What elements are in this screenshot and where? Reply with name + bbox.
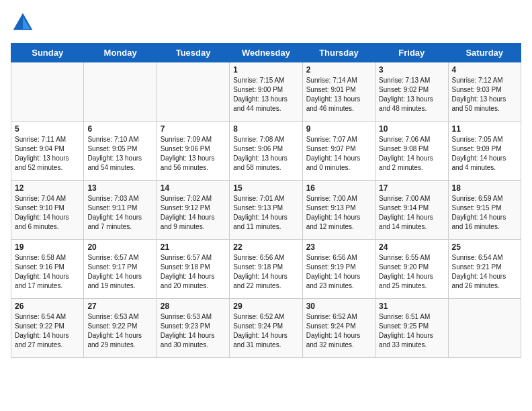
day-number: 9 [306,124,371,134]
cell-info: Sunrise: 7:09 AM Sunset: 9:06 PM Dayligh… [161,135,226,173]
logo [11,11,38,35]
logo-icon [11,11,35,35]
day-number: 19 [15,242,80,252]
calendar-cell: 5Sunrise: 7:11 AM Sunset: 9:04 PM Daylig… [11,122,84,181]
cell-info: Sunrise: 7:07 AM Sunset: 9:07 PM Dayligh… [306,135,371,173]
page-header [11,11,521,35]
calendar-week-row: 1Sunrise: 7:15 AM Sunset: 9:00 PM Daylig… [11,62,521,122]
cell-info: Sunrise: 6:54 AM Sunset: 9:21 PM Dayligh… [452,253,517,291]
day-of-week-header: Thursday [302,44,375,62]
calendar-cell: 24Sunrise: 6:55 AM Sunset: 9:20 PM Dayli… [375,240,448,299]
day-of-week-header: Tuesday [157,44,229,62]
day-number: 17 [379,183,444,193]
day-of-week-header: Saturday [448,44,521,62]
calendar-cell [84,62,157,122]
calendar-cell: 31Sunrise: 6:51 AM Sunset: 9:25 PM Dayli… [375,299,448,358]
cell-info: Sunrise: 7:02 AM Sunset: 9:12 PM Dayligh… [161,194,226,232]
calendar-cell: 11Sunrise: 7:05 AM Sunset: 9:09 PM Dayli… [448,122,521,181]
calendar-cell: 1Sunrise: 7:15 AM Sunset: 9:00 PM Daylig… [230,62,302,122]
day-number: 31 [379,302,444,311]
cell-info: Sunrise: 6:56 AM Sunset: 9:19 PM Dayligh… [306,253,371,291]
day-number: 20 [87,242,152,252]
calendar-cell: 20Sunrise: 6:57 AM Sunset: 9:17 PM Dayli… [84,240,157,299]
calendar-cell: 27Sunrise: 6:53 AM Sunset: 9:22 PM Dayli… [84,299,157,358]
calendar-cell: 25Sunrise: 6:54 AM Sunset: 9:21 PM Dayli… [448,240,521,299]
calendar-cell: 4Sunrise: 7:12 AM Sunset: 9:03 PM Daylig… [448,62,521,122]
cell-info: Sunrise: 6:52 AM Sunset: 9:24 PM Dayligh… [233,312,298,350]
calendar-cell: 17Sunrise: 7:00 AM Sunset: 9:14 PM Dayli… [375,181,448,240]
cell-info: Sunrise: 6:57 AM Sunset: 9:17 PM Dayligh… [87,253,152,291]
day-of-week-header: Monday [84,44,157,62]
cell-info: Sunrise: 7:13 AM Sunset: 9:02 PM Dayligh… [379,76,444,113]
calendar-cell: 6Sunrise: 7:10 AM Sunset: 9:05 PM Daylig… [84,122,157,181]
day-number: 28 [161,302,226,311]
day-number: 15 [233,183,298,193]
day-number: 6 [87,124,152,134]
calendar-header-row: SundayMondayTuesdayWednesdayThursdayFrid… [11,44,521,62]
calendar-cell [448,299,521,358]
calendar-week-row: 26Sunrise: 6:54 AM Sunset: 9:22 PM Dayli… [11,299,521,358]
cell-info: Sunrise: 7:03 AM Sunset: 9:11 PM Dayligh… [87,194,152,232]
calendar-cell: 16Sunrise: 7:00 AM Sunset: 9:13 PM Dayli… [302,181,375,240]
cell-info: Sunrise: 6:58 AM Sunset: 9:16 PM Dayligh… [15,253,80,291]
calendar-cell: 19Sunrise: 6:58 AM Sunset: 9:16 PM Dayli… [11,240,84,299]
cell-info: Sunrise: 7:00 AM Sunset: 9:14 PM Dayligh… [379,194,444,232]
day-number: 5 [15,124,80,134]
calendar-week-row: 5Sunrise: 7:11 AM Sunset: 9:04 PM Daylig… [11,122,521,181]
calendar-cell: 9Sunrise: 7:07 AM Sunset: 9:07 PM Daylig… [302,122,375,181]
calendar-cell [11,62,84,122]
day-number: 1 [233,65,298,75]
calendar-cell: 15Sunrise: 7:01 AM Sunset: 9:13 PM Dayli… [230,181,302,240]
cell-info: Sunrise: 6:51 AM Sunset: 9:25 PM Dayligh… [379,312,444,350]
cell-info: Sunrise: 7:05 AM Sunset: 9:09 PM Dayligh… [452,135,517,173]
calendar-week-row: 12Sunrise: 7:04 AM Sunset: 9:10 PM Dayli… [11,181,521,240]
day-number: 16 [306,183,371,193]
cell-info: Sunrise: 7:00 AM Sunset: 9:13 PM Dayligh… [306,194,371,232]
day-number: 11 [452,124,517,134]
calendar-cell: 2Sunrise: 7:14 AM Sunset: 9:01 PM Daylig… [302,62,375,122]
day-number: 24 [379,242,444,252]
calendar-cell: 10Sunrise: 7:06 AM Sunset: 9:08 PM Dayli… [375,122,448,181]
calendar-cell: 3Sunrise: 7:13 AM Sunset: 9:02 PM Daylig… [375,62,448,122]
day-number: 3 [379,65,444,75]
day-number: 21 [161,242,226,252]
day-number: 8 [233,124,298,134]
cell-info: Sunrise: 7:11 AM Sunset: 9:04 PM Dayligh… [15,135,80,173]
day-of-week-header: Wednesday [230,44,302,62]
cell-info: Sunrise: 7:10 AM Sunset: 9:05 PM Dayligh… [87,135,152,173]
day-number: 12 [15,183,80,193]
calendar-cell: 22Sunrise: 6:56 AM Sunset: 9:18 PM Dayli… [230,240,302,299]
day-number: 13 [87,183,152,193]
cell-info: Sunrise: 7:06 AM Sunset: 9:08 PM Dayligh… [379,135,444,173]
cell-info: Sunrise: 7:01 AM Sunset: 9:13 PM Dayligh… [233,194,298,232]
cell-info: Sunrise: 6:59 AM Sunset: 9:15 PM Dayligh… [452,194,517,232]
day-number: 14 [161,183,226,193]
calendar-cell: 7Sunrise: 7:09 AM Sunset: 9:06 PM Daylig… [157,122,229,181]
calendar-cell: 30Sunrise: 6:52 AM Sunset: 9:24 PM Dayli… [302,299,375,358]
cell-info: Sunrise: 6:57 AM Sunset: 9:18 PM Dayligh… [161,253,226,291]
calendar-week-row: 19Sunrise: 6:58 AM Sunset: 9:16 PM Dayli… [11,240,521,299]
day-number: 25 [452,242,517,252]
cell-info: Sunrise: 7:08 AM Sunset: 9:06 PM Dayligh… [233,135,298,173]
calendar-cell: 26Sunrise: 6:54 AM Sunset: 9:22 PM Dayli… [11,299,84,358]
calendar-cell: 29Sunrise: 6:52 AM Sunset: 9:24 PM Dayli… [230,299,302,358]
calendar-cell: 21Sunrise: 6:57 AM Sunset: 9:18 PM Dayli… [157,240,229,299]
cell-info: Sunrise: 7:14 AM Sunset: 9:01 PM Dayligh… [306,76,371,113]
calendar-cell: 8Sunrise: 7:08 AM Sunset: 9:06 PM Daylig… [230,122,302,181]
calendar-cell: 14Sunrise: 7:02 AM Sunset: 9:12 PM Dayli… [157,181,229,240]
day-number: 23 [306,242,371,252]
calendar-cell: 18Sunrise: 6:59 AM Sunset: 9:15 PM Dayli… [448,181,521,240]
day-number: 30 [306,302,371,311]
cell-info: Sunrise: 7:12 AM Sunset: 9:03 PM Dayligh… [452,76,517,113]
calendar-cell: 28Sunrise: 6:53 AM Sunset: 9:23 PM Dayli… [157,299,229,358]
day-of-week-header: Friday [375,44,448,62]
cell-info: Sunrise: 6:53 AM Sunset: 9:23 PM Dayligh… [161,312,226,350]
calendar-table: SundayMondayTuesdayWednesdayThursdayFrid… [11,43,521,358]
day-number: 26 [15,302,80,311]
calendar-cell [157,62,229,122]
day-number: 7 [161,124,226,134]
day-number: 4 [452,65,517,75]
day-of-week-header: Sunday [11,44,84,62]
day-number: 18 [452,183,517,193]
day-number: 22 [233,242,298,252]
